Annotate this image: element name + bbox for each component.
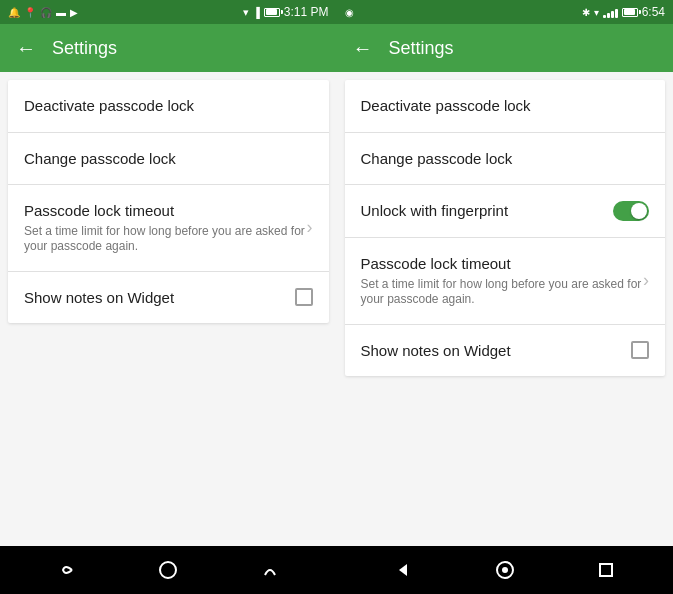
notification-icon-1: 🔔 <box>8 7 20 18</box>
setting-change-1[interactable]: Change passcode lock <box>8 133 329 186</box>
signal-bar-4-2 <box>615 9 618 18</box>
tablet-icon-1: ▬ <box>56 7 66 18</box>
phone-2: ◉ ✱ ▾ 6:54 ← Settings Deactivate p <box>337 0 674 594</box>
setting-widget-1[interactable]: Show notes on Widget <box>8 272 329 324</box>
settings-content-1: Deactivate passcode lock Change passcode… <box>0 72 337 546</box>
battery-fill-1 <box>266 9 277 15</box>
stop-nav-icon-2[interactable] <box>586 550 626 590</box>
setting-change-2[interactable]: Change passcode lock <box>345 133 666 186</box>
back-button-2[interactable]: ← <box>353 37 373 60</box>
setting-change-title-2: Change passcode lock <box>361 149 650 169</box>
setting-fingerprint-title-2: Unlock with fingerprint <box>361 201 614 221</box>
notification-icon-2: ◉ <box>345 7 354 18</box>
setting-change-text-1: Change passcode lock <box>24 149 313 169</box>
status-icons-right-2: ✱ ▾ 6:54 <box>582 5 665 19</box>
setting-timeout-subtitle-2: Set a time limit for how long before you… <box>361 277 644 308</box>
status-time-1: 3:11 PM <box>284 5 329 19</box>
setting-timeout-text-1: Passcode lock timeout Set a time limit f… <box>24 201 307 255</box>
headset-icon-1: 🎧 <box>40 7 52 18</box>
signal-bars-2 <box>603 7 618 18</box>
wifi-icon-1: ▾ <box>243 6 249 19</box>
setting-deactivate-text-1: Deactivate passcode lock <box>24 96 313 116</box>
setting-fingerprint-2[interactable]: Unlock with fingerprint <box>345 185 666 238</box>
setting-widget-text-1: Show notes on Widget <box>24 288 295 308</box>
svg-point-3 <box>502 567 508 573</box>
settings-card-1: Deactivate passcode lock Change passcode… <box>8 80 329 323</box>
setting-deactivate-title-2: Deactivate passcode lock <box>361 96 650 116</box>
wifi-icon-2: ▾ <box>594 7 599 18</box>
chevron-icon-timeout-1: › <box>307 217 313 238</box>
signal-bar-2-2 <box>607 13 610 18</box>
nav-bar-2 <box>337 546 674 594</box>
setting-timeout-text-2: Passcode lock timeout Set a time limit f… <box>361 254 644 308</box>
setting-timeout-2[interactable]: Passcode lock timeout Set a time limit f… <box>345 238 666 325</box>
phone-1: 🔔 📍 🎧 ▬ ▶ ▾ ▐ 3:11 PM ← Settings Deactiv… <box>0 0 337 594</box>
play-icon-1: ▶ <box>70 7 78 18</box>
status-bar-1: 🔔 📍 🎧 ▬ ▶ ▾ ▐ 3:11 PM <box>0 0 337 24</box>
battery-fill-2 <box>624 9 635 15</box>
setting-widget-2[interactable]: Show notes on Widget <box>345 325 666 377</box>
recent-nav-icon-1[interactable] <box>250 550 290 590</box>
status-time-2: 6:54 <box>642 5 665 19</box>
setting-change-text-2: Change passcode lock <box>361 149 650 169</box>
app-title-2: Settings <box>389 38 454 59</box>
signal-bar-3-2 <box>611 11 614 18</box>
status-icons-right-1: ▾ ▐ 3:11 PM <box>243 5 329 19</box>
back-nav-icon-1[interactable] <box>47 550 87 590</box>
setting-timeout-1[interactable]: Passcode lock timeout Set a time limit f… <box>8 185 329 272</box>
nav-bar-1 <box>0 546 337 594</box>
settings-card-2: Deactivate passcode lock Change passcode… <box>345 80 666 376</box>
app-bar-1: ← Settings <box>0 24 337 72</box>
svg-point-0 <box>160 562 176 578</box>
setting-timeout-title-2: Passcode lock timeout <box>361 254 644 274</box>
setting-timeout-title-1: Passcode lock timeout <box>24 201 307 221</box>
setting-widget-text-2: Show notes on Widget <box>361 341 632 361</box>
bluetooth-icon-2: ✱ <box>582 7 590 18</box>
widget-checkbox-1[interactable] <box>295 288 313 306</box>
setting-timeout-subtitle-1: Set a time limit for how long before you… <box>24 224 307 255</box>
widget-checkbox-2[interactable] <box>631 341 649 359</box>
app-bar-2: ← Settings <box>337 24 674 72</box>
setting-change-title-1: Change passcode lock <box>24 149 313 169</box>
setting-deactivate-title-1: Deactivate passcode lock <box>24 96 313 116</box>
status-bar-2: ◉ ✱ ▾ 6:54 <box>337 0 674 24</box>
back-button-1[interactable]: ← <box>16 37 36 60</box>
signal-bar-1-2 <box>603 15 606 18</box>
setting-deactivate-text-2: Deactivate passcode lock <box>361 96 650 116</box>
chevron-icon-timeout-2: › <box>643 270 649 291</box>
settings-content-2: Deactivate passcode lock Change passcode… <box>337 72 674 546</box>
battery-icon-2 <box>622 8 638 17</box>
home-nav-icon-1[interactable] <box>148 550 188 590</box>
app-title-1: Settings <box>52 38 117 59</box>
status-icons-left-2: ◉ <box>345 7 354 18</box>
status-icons-left-1: 🔔 📍 🎧 ▬ ▶ <box>8 7 78 18</box>
setting-widget-title-2: Show notes on Widget <box>361 341 632 361</box>
svg-rect-4 <box>600 564 612 576</box>
setting-deactivate-2[interactable]: Deactivate passcode lock <box>345 80 666 133</box>
home-nav-icon-2[interactable] <box>485 550 525 590</box>
signal-icon-1: ▐ <box>253 7 260 18</box>
svg-marker-1 <box>399 564 407 576</box>
setting-deactivate-1[interactable]: Deactivate passcode lock <box>8 80 329 133</box>
setting-widget-title-1: Show notes on Widget <box>24 288 295 308</box>
back-nav-icon-2[interactable] <box>383 550 423 590</box>
battery-icon-1 <box>264 8 280 17</box>
fingerprint-toggle-2[interactable] <box>613 201 649 221</box>
location-icon-1: 📍 <box>24 7 36 18</box>
setting-fingerprint-text-2: Unlock with fingerprint <box>361 201 614 221</box>
